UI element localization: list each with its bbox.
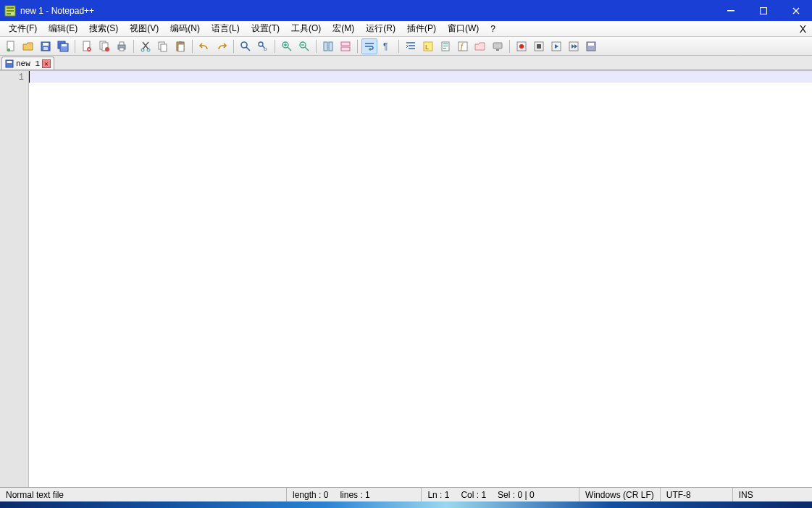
status-bar: Normal text file length : 0 lines : 1 Ln… [0, 487, 812, 501]
redo-icon[interactable] [214, 38, 230, 54]
line-gutter: 1 [0, 71, 29, 487]
document-close-x[interactable]: X [794, 23, 812, 35]
svg-text:¶: ¶ [383, 41, 388, 51]
maximize-button[interactable] [747, 0, 779, 21]
svg-rect-35 [329, 42, 332, 51]
svg-rect-3 [7, 13, 11, 14]
sync-v-icon[interactable] [320, 38, 336, 54]
line-number: 1 [0, 72, 24, 83]
status-encoding[interactable]: UTF-8 [660, 488, 732, 501]
cut-icon[interactable] [138, 38, 154, 54]
svg-rect-44 [443, 48, 446, 49]
close-all-icon[interactable] [96, 38, 112, 54]
svg-point-18 [105, 47, 109, 51]
svg-rect-43 [443, 46, 448, 46]
svg-text:b: b [264, 46, 267, 52]
caret [29, 71, 30, 83]
sync-h-icon[interactable] [338, 38, 353, 54]
menu-search[interactable]: 搜索(S) [83, 21, 124, 36]
status-lines: lines : 1 [334, 488, 421, 501]
toolbar-separator [357, 40, 358, 53]
new-file-icon[interactable] [3, 38, 19, 54]
save-macro-icon[interactable] [583, 38, 599, 54]
replace-icon[interactable]: b [255, 38, 271, 54]
toolbar-separator [192, 40, 193, 53]
svg-point-50 [519, 44, 524, 49]
status-filetype: Normal text file [0, 488, 286, 501]
status-length: length : 0 [286, 488, 334, 501]
svg-rect-47 [493, 43, 502, 49]
zoom-out-icon[interactable] [296, 38, 312, 54]
svg-rect-25 [161, 44, 167, 51]
paste-icon[interactable] [172, 38, 188, 54]
indent-guide-icon[interactable] [403, 38, 419, 54]
tab-file-icon [5, 59, 14, 68]
close-window-button[interactable] [779, 0, 812, 21]
close-file-icon[interactable] [79, 38, 95, 54]
svg-point-29 [241, 42, 247, 48]
menu-window[interactable]: 窗口(W) [442, 21, 485, 36]
user-lang-icon[interactable]: L [420, 38, 436, 54]
monitor-icon[interactable] [490, 38, 506, 54]
menu-edit[interactable]: 编辑(E) [43, 21, 83, 36]
svg-rect-20 [120, 42, 124, 45]
save-icon[interactable] [38, 38, 54, 54]
window-title: new 1 - Notepad++ [20, 6, 94, 16]
doc-map-icon[interactable] [438, 38, 453, 54]
svg-rect-52 [537, 44, 541, 49]
menu-encoding[interactable]: 编码(N) [164, 21, 206, 36]
menu-help[interactable]: ? [485, 22, 501, 36]
toolbar-separator [133, 40, 134, 53]
status-insert-mode[interactable]: INS [732, 488, 769, 501]
folder-icon[interactable] [472, 38, 488, 54]
toolbar-separator [398, 40, 399, 53]
svg-rect-58 [7, 61, 12, 63]
svg-rect-4 [727, 10, 734, 12]
copy-icon[interactable] [155, 38, 171, 54]
record-macro-icon[interactable] [514, 38, 530, 54]
play-multi-macro-icon[interactable] [566, 38, 582, 54]
save-all-icon[interactable] [55, 38, 71, 54]
menu-macro[interactable]: 宏(M) [327, 21, 360, 36]
menu-plugins[interactable]: 插件(P) [401, 21, 442, 36]
menu-file[interactable]: 文件(F) [3, 21, 43, 36]
status-eol[interactable]: Windows (CR LF) [579, 488, 660, 501]
app-icon [4, 5, 16, 17]
toolbar-separator [233, 40, 234, 53]
svg-rect-9 [43, 43, 49, 46]
tab-new-1[interactable]: new 1 ✕ [1, 57, 54, 70]
func-list-icon[interactable]: ƒ [455, 38, 471, 54]
svg-point-7 [7, 48, 10, 51]
svg-rect-34 [324, 42, 327, 51]
find-icon[interactable] [238, 38, 254, 54]
current-line-highlight [29, 71, 812, 83]
stop-macro-icon[interactable] [531, 38, 547, 54]
menu-tools[interactable]: 工具(O) [285, 21, 327, 36]
svg-rect-13 [62, 44, 67, 46]
play-macro-icon[interactable] [548, 38, 564, 54]
word-wrap-icon[interactable] [361, 38, 377, 54]
svg-rect-42 [443, 43, 448, 44]
show-all-chars-icon[interactable]: ¶ [379, 38, 395, 54]
svg-rect-27 [178, 44, 184, 51]
status-sel: Sel : 0 | 0 [492, 488, 579, 501]
svg-rect-28 [179, 41, 182, 43]
print-icon[interactable] [114, 38, 130, 54]
open-file-icon[interactable] [20, 38, 36, 54]
zoom-in-icon[interactable] [279, 38, 295, 54]
editor-area: 1 [0, 70, 812, 487]
menu-settings[interactable]: 设置(T) [246, 21, 285, 36]
tab-label: new 1 [16, 59, 40, 68]
toolbar-separator [509, 40, 510, 53]
svg-text:ƒ: ƒ [460, 43, 464, 51]
menu-language[interactable]: 语言(L) [206, 21, 246, 36]
tab-close-icon[interactable]: ✕ [42, 59, 51, 68]
menu-view[interactable]: 视图(V) [124, 21, 164, 36]
menu-run[interactable]: 运行(R) [360, 21, 401, 36]
text-editor[interactable] [29, 71, 812, 487]
minimize-button[interactable] [714, 0, 747, 21]
svg-rect-48 [496, 49, 499, 51]
undo-icon[interactable] [196, 38, 212, 54]
toolbar-separator [316, 40, 317, 53]
svg-rect-10 [43, 47, 48, 50]
